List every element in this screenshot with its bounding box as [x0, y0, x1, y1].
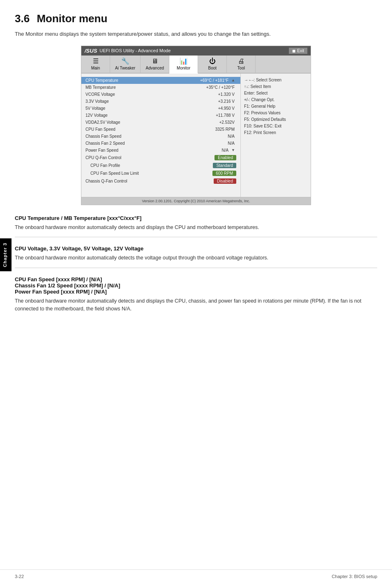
bios-row-cpu-temp[interactable]: CPU Temperature +69°C / +181°F ▲ [81, 77, 240, 84]
footer-chapter: Chapter 3: BIOS setup [332, 574, 377, 579]
bios-row-vcore[interactable]: VCORE Voltage +1.320 V [81, 91, 240, 98]
cpu-profile-label: CPU Fan Profile [90, 163, 213, 168]
nav-boot-label: Boot [208, 66, 217, 70]
cpu-qfan-badge: Enabled [214, 155, 236, 160]
vcore-label: VCORE Voltage [85, 92, 195, 97]
3v3-label: 3.3V Voltage [85, 99, 195, 104]
advanced-icon: 🖥 [152, 58, 158, 65]
nav-boot[interactable]: ⏻ Boot [198, 56, 227, 73]
bios-exit-button[interactable]: ◼ Exit [289, 48, 307, 54]
cpu-low-limit-label: CPU Fan Speed Low Limit [90, 171, 212, 176]
help-line-9: F12: Print Screen [244, 130, 307, 136]
subsection-fan-speed: CPU Fan Speed [xxxx RPM] / [N/A] Chassis… [15, 276, 377, 313]
subsection-cpu-temp: CPU Temperature / MB Temperature [xxx°C/… [15, 215, 377, 231]
bios-row-3v3[interactable]: 3.3V Voltage +3.216 V [81, 98, 240, 105]
mb-temp-value: +35°C / +120°F [195, 85, 236, 90]
bios-row-mb-temp[interactable]: MB Temperature +35°C / +120°F [81, 84, 240, 91]
power-fan-value: N/A [189, 148, 230, 153]
bios-row-power-fan[interactable]: Power Fan Speed N/A ▼ [81, 147, 240, 154]
chassis-fan-value: N/A [195, 134, 236, 139]
vdda-value: +2.532V [195, 120, 236, 125]
bios-screenshot: /SUS UEFI BIOS Utility - Advanced Mode ◼… [81, 46, 311, 205]
help-line-3: Enter: Select [244, 90, 307, 97]
bios-row-cpu-fan[interactable]: CPU Fan Speed 3325 RPM [81, 126, 240, 133]
bios-footer: Version 2.00.1201. Copyright (C) 2010 Am… [81, 197, 311, 205]
boot-icon: ⏻ [209, 58, 216, 65]
help-line-5: F1: General Help [244, 103, 307, 110]
nav-main-label: Main [91, 66, 100, 70]
monitor-icon: 📊 [180, 58, 188, 65]
bios-nav: ☰ Main 🔧 Ai Tweaker 🖥 Advanced 📊 Monitor… [81, 56, 311, 74]
bios-main-panel: CPU Temperature +69°C / +181°F ▲ MB Temp… [81, 74, 241, 197]
cpu-fan-value: 3325 RPM [195, 127, 236, 132]
bios-row-chassis-qfan[interactable]: Chassis Q-Fan Control Disabled [81, 177, 240, 185]
section-intro: The Monitor menu displays the system tem… [15, 30, 377, 38]
bios-row-cpu-profile[interactable]: CPU Fan Profile Standard [81, 162, 240, 169]
subsection-voltages-text: The onboard hardware monitor automatical… [15, 254, 377, 262]
help-line-6: F2: Previous Values [244, 110, 307, 116]
tool-icon: 🖨 [238, 58, 244, 65]
main-icon: ☰ [93, 58, 99, 65]
bios-sidebar-help: →←-: Select Screen ↑↓: Select Item Enter… [241, 74, 311, 197]
12v-value: +11.788 V [195, 113, 236, 118]
3v3-value: +3.216 V [195, 99, 236, 104]
bios-row-cpu-low-limit[interactable]: CPU Fan Speed Low Limit 600 RPM [81, 169, 240, 177]
subsection-cpu-temp-heading: CPU Temperature / MB Temperature [xxx°C/… [15, 215, 377, 221]
bios-titlebar: /SUS UEFI BIOS Utility - Advanced Mode ◼… [81, 46, 311, 56]
subsection-cpu-temp-text: The onboard hardware monitor automatical… [15, 224, 377, 231]
scroll-down-arrow: ▼ [230, 148, 236, 152]
12v-label: 12V Voltage [85, 113, 195, 118]
help-line-2: ↑↓: Select Item [244, 83, 307, 90]
nav-monitor-label: Monitor [177, 66, 190, 70]
nav-ai-tweaker-label: Ai Tweaker [115, 66, 135, 70]
cpu-temp-value: +69°C / +181°F [189, 78, 230, 83]
nav-tool[interactable]: 🖨 Tool [227, 56, 256, 73]
help-line-8: F10: Save ESC: Exit [244, 123, 307, 130]
5v-label: 5V Voltage [85, 106, 195, 111]
page-footer: 3-22 Chapter 3: BIOS setup [0, 569, 392, 583]
subsection-voltages: CPU Voltage, 3.3V Voltage, 5V Voltage, 1… [15, 245, 377, 262]
nav-ai-tweaker[interactable]: 🔧 Ai Tweaker [110, 56, 141, 73]
bios-row-vdda[interactable]: VDDA2.5V Voltage +2.532V [81, 119, 240, 126]
asus-logo: /SUS [85, 48, 97, 54]
subsection-voltages-heading: CPU Voltage, 3.3V Voltage, 5V Voltage, 1… [15, 245, 377, 252]
nav-advanced-label: Advanced [146, 66, 164, 70]
subsection-fan-speed-text: The onboard hardware monitor automatical… [15, 297, 377, 313]
nav-advanced[interactable]: 🖥 Advanced [141, 56, 169, 73]
chassis-fan2-label: Chassis Fan 2 Speed [85, 141, 195, 146]
bios-row-cpu-qfan[interactable]: CPU Q-Fan Control Enabled [81, 154, 240, 162]
ai-tweaker-icon: 🔧 [121, 58, 129, 65]
help-line-1: →←-: Select Screen [244, 77, 307, 83]
cpu-qfan-label: CPU Q-Fan Control [85, 155, 214, 160]
chassis-fan-label: Chassis Fan Speed [85, 134, 195, 139]
footer-page-num: 3-22 [15, 574, 24, 579]
5v-value: +4.950 V [195, 106, 236, 111]
bios-row-chassis-fan2[interactable]: Chassis Fan 2 Speed N/A [81, 140, 240, 147]
bios-row-12v[interactable]: 12V Voltage +11.788 V [81, 112, 240, 119]
cpu-low-limit-badge: 600 RPM [212, 171, 236, 176]
nav-tool-label: Tool [238, 66, 245, 70]
bios-title: UEFI BIOS Utility - Advanced Mode [99, 48, 171, 53]
section-title: 3.6 Monitor menu [15, 12, 377, 25]
nav-main[interactable]: ☰ Main [81, 56, 110, 73]
cpu-temp-label: CPU Temperature [85, 78, 189, 83]
bios-row-chassis-fan[interactable]: Chassis Fan Speed N/A [81, 133, 240, 140]
nav-monitor[interactable]: 📊 Monitor [169, 56, 198, 74]
help-line-7: F5: Optimized Defaults [244, 116, 307, 123]
chapter-tab: Chapter 3 [0, 238, 12, 271]
vcore-value: +1.320 V [195, 92, 236, 97]
bios-body: CPU Temperature +69°C / +181°F ▲ MB Temp… [81, 74, 311, 197]
chassis-qfan-label: Chassis Q-Fan Control [85, 179, 214, 183]
subsection-fan-speed-heading: CPU Fan Speed [xxxx RPM] / [N/A] Chassis… [15, 276, 377, 295]
power-fan-label: Power Fan Speed [85, 148, 189, 153]
help-line-4: +/-: Change Opt. [244, 97, 307, 103]
cpu-profile-badge: Standard [213, 163, 236, 168]
cpu-fan-label: CPU Fan Speed [85, 127, 195, 132]
chassis-qfan-badge: Disabled [214, 178, 236, 184]
mb-temp-label: MB Temperature [85, 85, 195, 90]
vdda-label: VDDA2.5V Voltage [85, 120, 195, 125]
bios-row-5v[interactable]: 5V Voltage +4.950 V [81, 105, 240, 112]
chassis-fan2-value: N/A [195, 141, 236, 146]
scroll-up-arrow: ▲ [230, 78, 236, 82]
